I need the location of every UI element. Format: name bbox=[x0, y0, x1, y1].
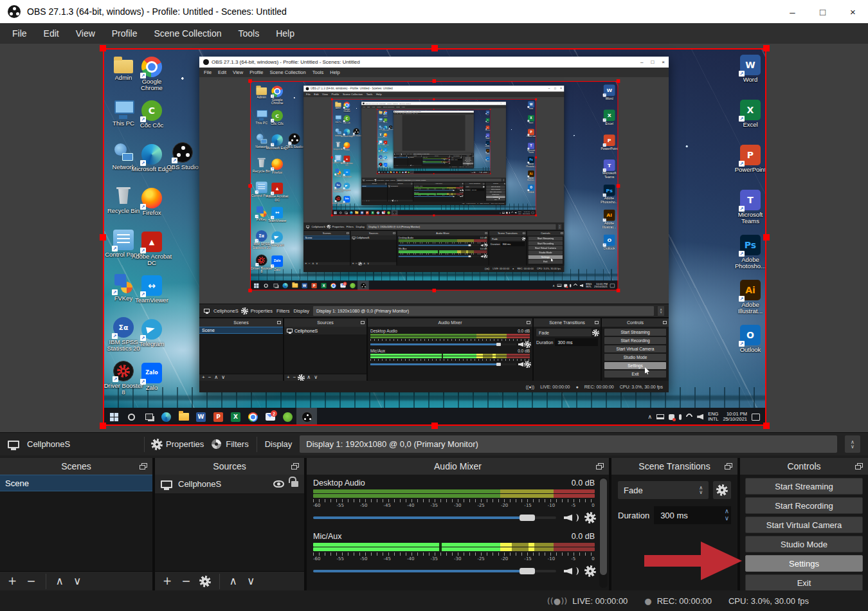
desktop-icon-telegram[interactable]: ↗Telegram bbox=[341, 183, 354, 192]
settings-button[interactable]: Settings bbox=[604, 362, 666, 369]
move-source-down-button[interactable]: ∨ bbox=[247, 576, 255, 587]
lock-icon[interactable] bbox=[291, 481, 298, 487]
tray-display-icon[interactable] bbox=[557, 284, 562, 287]
duration-spinbox[interactable]: 300 ms bbox=[501, 242, 525, 246]
visibility-eye-icon[interactable] bbox=[273, 480, 284, 488]
notification-center-icon[interactable] bbox=[488, 172, 489, 173]
tray-mic-icon[interactable] bbox=[679, 414, 682, 420]
toolbar-icon[interactable]: − bbox=[309, 262, 311, 265]
capture-handle-bc[interactable] bbox=[433, 214, 435, 216]
source-list-item[interactable]: CellphoneS bbox=[284, 327, 366, 334]
taskbar-icon-mail[interactable]: 2 bbox=[381, 210, 386, 215]
language-indicator[interactable]: ENGINTL bbox=[518, 211, 521, 214]
taskbar-clock[interactable]: 10:01 PM25/10/2021 bbox=[594, 282, 608, 288]
tray-chevron-icon[interactable]: ∧ bbox=[470, 172, 471, 173]
desktop-icon-google-chrome[interactable]: ↗Google Chrome bbox=[266, 86, 289, 105]
transition-select[interactable]: Fade ∧∨ bbox=[618, 481, 709, 499]
menu-scene-collection[interactable]: Scene Collection bbox=[383, 105, 394, 107]
desktop-icon-excel[interactable]: X↗Excel bbox=[525, 115, 538, 124]
duration-spinbox[interactable]: 300 ms bbox=[471, 188, 484, 191]
source-list-item[interactable]: CellphoneS bbox=[350, 235, 396, 240]
minimize-button[interactable]: – bbox=[777, 0, 808, 23]
taskbar-icon-excel[interactable]: X bbox=[370, 210, 375, 215]
language-indicator[interactable]: ENGINTL bbox=[586, 282, 592, 288]
tray-wifi-icon[interactable] bbox=[573, 283, 578, 288]
capture-handle-ml[interactable] bbox=[377, 141, 378, 142]
display-select-spinner[interactable]: ∧∨ bbox=[503, 179, 505, 182]
taskbar-icon-file-explorer[interactable] bbox=[175, 408, 192, 426]
source-properties-gear-icon[interactable] bbox=[201, 577, 210, 586]
capture-handle-ml[interactable] bbox=[100, 234, 106, 241]
mixer-scrollbar-thumb[interactable] bbox=[600, 479, 607, 575]
desktop-icon-telegram[interactable]: ↗Telegram bbox=[131, 319, 172, 347]
desktop-icon-word[interactable]: W↗Word bbox=[525, 101, 538, 110]
tray-update-icon[interactable] bbox=[474, 172, 475, 173]
desktop-icon-outlook[interactable]: O↗Outlook bbox=[484, 156, 491, 161]
display-capture-preview[interactable]: AdminThis PCNetworkRecycle Bin↗Control P… bbox=[103, 48, 766, 426]
scene-list-item-selected[interactable]: Scene bbox=[303, 235, 350, 239]
desktop-icon-google-chrome[interactable]: ↗Google Chrome bbox=[131, 57, 172, 91]
capture-handle-bl[interactable] bbox=[377, 173, 378, 174]
exit-button[interactable]: Exit bbox=[463, 165, 473, 166]
taskbar-icon-task-view[interactable] bbox=[343, 210, 348, 215]
toolbar-icon[interactable]: + bbox=[202, 375, 205, 380]
desktop-icon-zalo[interactable]: Zalo↗Zalo bbox=[266, 255, 289, 271]
capture-handle-tl[interactable] bbox=[377, 109, 378, 110]
source-list-item[interactable]: CellphoneS bbox=[388, 185, 413, 188]
desktop-icon-firefox[interactable]: ↗Firefox bbox=[382, 133, 389, 138]
menu-tools[interactable]: Tools bbox=[366, 93, 373, 96]
taskbar-icon-powerpoint[interactable]: P bbox=[365, 210, 370, 215]
start-streaming-button[interactable]: Start Streaming bbox=[604, 329, 666, 336]
menu-edit[interactable]: Edit bbox=[218, 69, 226, 75]
taskbar-icon-search[interactable] bbox=[123, 408, 140, 426]
desktop-icon-powerpoint[interactable]: P↗PowerPoint bbox=[484, 126, 491, 131]
taskbar-icon-coc-coc[interactable] bbox=[348, 280, 357, 291]
desktop-icon-excel[interactable]: X↗Excel bbox=[730, 100, 771, 128]
desktop-icon-adobe-acrobat-dc[interactable]: ▲↗Adobe Acrobat DC bbox=[341, 156, 354, 167]
add-source-button[interactable]: + bbox=[163, 576, 172, 587]
taskbar-icon-word[interactable]: W bbox=[300, 280, 309, 291]
menu-profile[interactable]: Profile bbox=[377, 105, 381, 107]
display-select-spinner[interactable]: ∧∨ bbox=[558, 224, 562, 229]
gear-icon[interactable] bbox=[299, 376, 303, 380]
desktop-icon-outlook[interactable]: O↗Outlook bbox=[525, 185, 538, 194]
add-scene-button[interactable]: + bbox=[8, 576, 17, 587]
properties-button[interactable]: Properties bbox=[152, 439, 204, 449]
toolbar-icon[interactable]: + bbox=[305, 262, 307, 265]
settings-button[interactable]: Settings bbox=[745, 555, 863, 572]
settings-button[interactable]: Settings bbox=[529, 255, 563, 259]
channel-gear-icon[interactable] bbox=[586, 567, 595, 576]
volume-slider-handle[interactable] bbox=[520, 568, 535, 574]
menu-file[interactable]: File bbox=[204, 69, 212, 75]
desktop-icon-outlook[interactable]: O↗Outlook bbox=[598, 235, 621, 250]
taskbar-icon-coc-coc[interactable] bbox=[386, 210, 391, 215]
taskbar-icon-edge[interactable] bbox=[158, 408, 175, 426]
start-streaming-button[interactable]: Start Streaming bbox=[745, 478, 863, 495]
properties-label[interactable]: Properties bbox=[332, 225, 344, 228]
filters-label[interactable]: Filters bbox=[385, 179, 389, 181]
taskbar-icon-word[interactable]: W bbox=[192, 408, 210, 426]
desktop-icon-obs-studio[interactable]: ↗OBS Studio bbox=[350, 128, 363, 137]
tray-wifi-icon[interactable] bbox=[476, 172, 478, 173]
language-indicator[interactable]: ENGINTL bbox=[708, 412, 718, 423]
desktop-icon-adobe-illustrat[interactable]: Ai↗Adobe Illustrat... bbox=[484, 149, 491, 154]
transition-select[interactable]: Fade bbox=[491, 237, 521, 241]
desktop-icon-telegram[interactable]: ↗Telegram bbox=[382, 156, 389, 161]
tray-update-icon[interactable] bbox=[506, 212, 508, 214]
desktop-icon-word[interactable]: W↗Word bbox=[598, 85, 621, 100]
toolbar-icon[interactable]: ∨ bbox=[314, 375, 318, 380]
studio-mode-button[interactable]: Studio Mode bbox=[745, 536, 863, 552]
capture-handle-ml[interactable] bbox=[248, 184, 252, 188]
desktop-icon-adobe-illustrat[interactable]: Ai↗Adobe Illustrat... bbox=[730, 280, 771, 315]
desktop-icon-excel[interactable]: X↗Excel bbox=[598, 109, 621, 125]
desktop-icon-c-c-c-c[interactable]: C↗Cốc Cốc bbox=[382, 118, 389, 123]
capture-handle-bl[interactable] bbox=[248, 289, 252, 293]
taskbar-icon-start[interactable] bbox=[332, 210, 338, 215]
close-button[interactable]: × bbox=[504, 103, 505, 105]
desktop-icon-firefox[interactable]: ↗Firefox bbox=[266, 158, 289, 174]
tray-display-icon[interactable] bbox=[472, 172, 473, 172]
tray-volume-icon[interactable] bbox=[697, 414, 703, 420]
exit-button[interactable]: Exit bbox=[486, 199, 505, 201]
exit-button[interactable]: Exit bbox=[604, 370, 666, 378]
desktop-icon-adobe-acrobat-dc[interactable]: ▲↗Adobe Acrobat DC bbox=[382, 141, 389, 147]
